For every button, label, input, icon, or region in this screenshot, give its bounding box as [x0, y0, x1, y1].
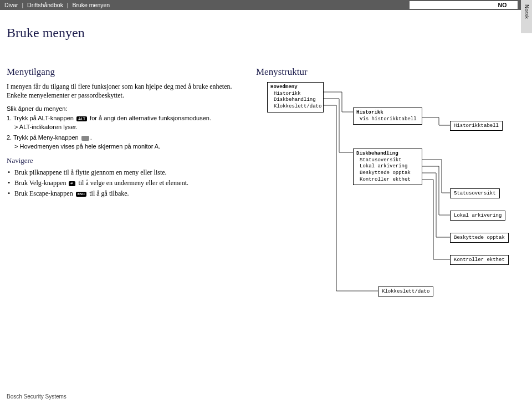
leaf-historikktabell: Historikktabell	[450, 121, 503, 131]
box-historikk: Historikk Vis historikktabell	[353, 108, 422, 125]
step2-result: > Hovedmenyen vises på hele skjermen på …	[7, 142, 239, 151]
step1-text-b: for å angi den alternative funksjonsmodu…	[90, 115, 211, 121]
header-bar: Divar | Driftshåndbok | Bruke menyen NO …	[0, 0, 532, 10]
step1-text-a: 1. Trykk på ALT-knappen	[7, 115, 74, 121]
box-disk-item: Statusoversikt	[356, 157, 419, 164]
leaf-beskyttede-opptak: Beskyttede opptak	[450, 233, 509, 243]
crumb-sep: |	[67, 2, 69, 8]
leaf-kontroller-ekthet: Kontroller ekthet	[450, 255, 509, 265]
crumb-page: Bruke menyen	[72, 2, 110, 8]
box-hovedmeny: Hovedmeny Historikk Diskbehandling Klokk…	[267, 82, 324, 112]
page-title: Bruke menyen	[7, 25, 85, 40]
box-disk-item: Beskyttede opptak	[356, 170, 419, 177]
box-historikk-item: Vis historikktabell	[356, 116, 419, 123]
nav2-b: til å velge en undermeny eller et elemen…	[78, 179, 188, 187]
leaf-lokal-arkivering: Lokal arkivering	[450, 211, 505, 221]
left-column: Menytilgang I menyen får du tilgang til …	[7, 67, 239, 200]
heading-navigere: Navigere	[7, 156, 239, 165]
heading-menytilgang: Menytilgang	[7, 67, 239, 78]
right-column: Menystruktur Hovedmeny Historikk Diskbeh…	[256, 67, 515, 200]
breadcrumb: Divar | Driftshåndbok | Bruke menyen	[4, 2, 110, 8]
nav2-a: Bruk Velg-knappen	[14, 179, 66, 187]
crumb-section: Driftshåndbok	[27, 2, 63, 8]
step-2: 2. Trykk på Meny-knappen . > Hovedmenyen…	[7, 134, 239, 151]
open-menu-heading: Slik åpner du menyen:	[7, 105, 239, 112]
nav-bullet-1: Bruk pilknappene til å flytte gjennom en…	[7, 167, 239, 178]
box-disk-title: Diskbehandling	[356, 151, 419, 157]
nav-bullet-2: Bruk Velg-knappen ↵ til å velge en under…	[7, 178, 239, 188]
box-disk-item: Kontroller ekthet	[356, 177, 419, 183]
leaf-klokkeslett-dato: Klokkeslett/dato	[378, 287, 433, 296]
step-1: 1. Trykk på ALT-knappen ALT for å angi d…	[7, 114, 239, 131]
crumb-product: Divar	[4, 2, 18, 8]
lang-code: NO	[410, 1, 518, 9]
language-tab-label: Norsk	[524, 4, 530, 19]
language-tab: Norsk	[521, 0, 532, 33]
heading-menystruktur: Menystruktur	[256, 67, 515, 78]
crumb-sep: |	[22, 2, 23, 8]
box-historikk-title: Historikk	[356, 110, 419, 116]
box-hovedmeny-item: Diskbehandling	[270, 97, 320, 104]
nav-bullet-3: Bruk Escape-knappen ESC til å gå tilbake…	[7, 188, 239, 199]
step2-text-b: .	[90, 134, 92, 141]
esc-key-icon: ESC	[76, 192, 87, 197]
nav3-a: Bruk Escape-knappen	[14, 190, 73, 197]
box-hovedmeny-item: Klokkeslett/dato	[270, 104, 320, 110]
box-diskbehandling: Diskbehandling Statusoversikt Lokal arki…	[353, 149, 422, 185]
box-disk-item: Lokal arkivering	[356, 163, 419, 170]
footer-text: Bosch Security Systems	[7, 393, 66, 400]
leaf-statusoversikt: Statusoversikt	[450, 188, 500, 198]
alt-key-icon: ALT	[76, 116, 87, 121]
enter-key-icon: ↵	[69, 181, 75, 186]
menu-key-icon	[81, 136, 89, 141]
box-hovedmeny-title: Hovedmeny	[270, 84, 320, 91]
intro-text: I menyen får du tilgang til flere funksj…	[7, 82, 239, 100]
nav3-b: til å gå tilbake.	[89, 190, 129, 197]
step1-result: > ALT-indikatoren lyser.	[7, 123, 239, 131]
step2-text-a: 2. Trykk på Meny-knappen	[7, 134, 79, 141]
box-hovedmeny-item: Historikk	[270, 91, 320, 98]
